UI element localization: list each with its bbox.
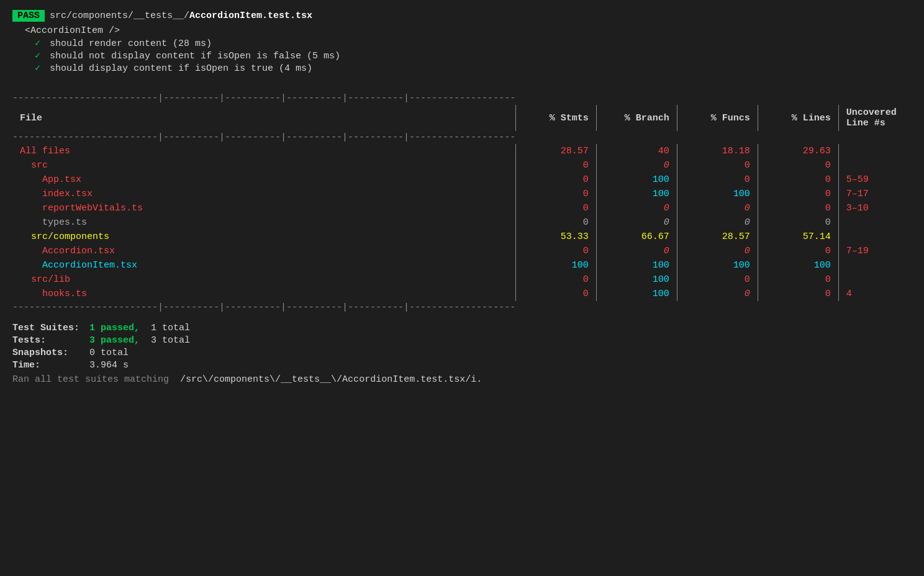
summary-tests: Tests: 3 passed, 3 total bbox=[12, 335, 912, 346]
funcs-types: 0 bbox=[677, 215, 758, 230]
uncovered-accordionitem bbox=[838, 258, 912, 272]
divider-top: --------------------------|----------|--… bbox=[12, 92, 912, 105]
table-row-types: types.ts 0 0 0 0 bbox=[12, 215, 912, 230]
stmts-src-components: 53.33 bbox=[515, 230, 596, 244]
branch-accordion: 0 bbox=[596, 244, 677, 258]
tests-total: 3 total bbox=[145, 335, 190, 346]
file-accordion: Accordion.tsx bbox=[12, 244, 515, 258]
stmts-hooks: 0 bbox=[515, 287, 596, 301]
table-row-src-components: src/components 53.33 66.67 28.57 57.14 bbox=[12, 230, 912, 244]
uncovered-accordion: 7–19 bbox=[838, 244, 912, 258]
check-icon-3: ✓ bbox=[35, 63, 40, 74]
test-item-3: ✓ should display content if isOpen is tr… bbox=[35, 62, 912, 74]
suites-label: Test Suites: bbox=[12, 323, 87, 333]
file-index: index.tsx bbox=[12, 187, 515, 201]
uncovered-index: 7–17 bbox=[838, 187, 912, 201]
stmts-all-files: 28.57 bbox=[515, 144, 596, 158]
uncovered-types bbox=[838, 215, 912, 230]
table-row-src: src 0 0 0 0 bbox=[12, 158, 912, 173]
summary-suites: Test Suites: 1 passed, 1 total bbox=[12, 323, 912, 333]
pass-header: PASS src/components/__tests__/AccordionI… bbox=[12, 10, 912, 22]
file-accordionitem: AccordionItem.tsx bbox=[12, 258, 515, 272]
col-header-funcs: % Funcs bbox=[677, 105, 758, 131]
col-header-lines: % Lines bbox=[758, 105, 838, 131]
file-reportwebvitals: reportWebVitals.ts bbox=[12, 201, 515, 215]
time-value: 3.964 s bbox=[89, 360, 129, 371]
table-row-index: index.tsx 0 100 100 0 7–17 bbox=[12, 187, 912, 201]
col-header-stmts: % Stmts bbox=[515, 105, 596, 131]
branch-hooks: 100 bbox=[596, 287, 677, 301]
tests-label: Tests: bbox=[12, 335, 87, 346]
table-row-hooks: hooks.ts 0 100 0 0 4 bbox=[12, 287, 912, 301]
stmts-app: 0 bbox=[515, 173, 596, 187]
funcs-reportwebvitals: 0 bbox=[677, 201, 758, 215]
col-header-branch: % Branch bbox=[596, 105, 677, 131]
test-label-1: should render content (28 ms) bbox=[50, 38, 212, 49]
stmts-src: 0 bbox=[515, 158, 596, 173]
stmts-index: 0 bbox=[515, 187, 596, 201]
uncovered-all-files bbox=[838, 144, 912, 158]
funcs-app: 0 bbox=[677, 173, 758, 187]
file-types: types.ts bbox=[12, 215, 515, 230]
table-row-app: App.tsx 0 100 0 0 5–59 bbox=[12, 173, 912, 187]
funcs-src: 0 bbox=[677, 158, 758, 173]
header-path: src/components/__tests__/AccordionItem.t… bbox=[50, 11, 312, 21]
file-all-files: All files bbox=[12, 144, 515, 158]
lines-accordion: 0 bbox=[758, 244, 838, 258]
snapshots-label: Snapshots: bbox=[12, 348, 87, 358]
branch-reportwebvitals: 0 bbox=[596, 201, 677, 215]
ran-all-line: Ran all test suites matching /src\/compo… bbox=[12, 374, 912, 385]
file-hooks: hooks.ts bbox=[12, 287, 515, 301]
stmts-types: 0 bbox=[515, 215, 596, 230]
terminal-output: PASS src/components/__tests__/AccordionI… bbox=[12, 10, 912, 385]
table-header: File % Stmts % Branch % Funcs % Lines Un… bbox=[12, 105, 912, 131]
lines-app: 0 bbox=[758, 173, 838, 187]
pass-badge: PASS bbox=[12, 10, 45, 22]
lines-index: 0 bbox=[758, 187, 838, 201]
table-row-reportwebvitals: reportWebVitals.ts 0 0 0 0 3–10 bbox=[12, 201, 912, 215]
col-header-uncovered: Uncovered Line #s bbox=[838, 105, 912, 131]
funcs-hooks: 0 bbox=[677, 287, 758, 301]
coverage-table: --------------------------|----------|--… bbox=[12, 92, 912, 314]
funcs-src-components: 28.57 bbox=[677, 230, 758, 244]
file-src: src bbox=[12, 158, 515, 173]
funcs-accordion: 0 bbox=[677, 244, 758, 258]
branch-src-components: 66.67 bbox=[596, 230, 677, 244]
funcs-src-lib: 0 bbox=[677, 272, 758, 287]
table-row-accordionitem: AccordionItem.tsx 100 100 100 100 bbox=[12, 258, 912, 272]
lines-types: 0 bbox=[758, 215, 838, 230]
uncovered-hooks: 4 bbox=[838, 287, 912, 301]
lines-src-components: 57.14 bbox=[758, 230, 838, 244]
branch-src: 0 bbox=[596, 158, 677, 173]
branch-app: 100 bbox=[596, 173, 677, 187]
uncovered-src bbox=[838, 158, 912, 173]
branch-index: 100 bbox=[596, 187, 677, 201]
snapshots-value: 0 total bbox=[89, 348, 129, 358]
lines-hooks: 0 bbox=[758, 287, 838, 301]
time-label: Time: bbox=[12, 360, 87, 371]
divider-sub: --------------------------|----------|--… bbox=[12, 131, 912, 144]
check-icon-1: ✓ bbox=[35, 38, 40, 49]
file-src-components: src/components bbox=[12, 230, 515, 244]
funcs-index: 100 bbox=[677, 187, 758, 201]
summary-snapshots: Snapshots: 0 total bbox=[12, 348, 912, 358]
suites-total: 1 total bbox=[145, 323, 190, 333]
uncovered-reportwebvitals: 3–10 bbox=[838, 201, 912, 215]
test-item-2: ✓ should not display content if isOpen i… bbox=[35, 50, 912, 61]
uncovered-src-lib bbox=[838, 272, 912, 287]
col-header-file: File bbox=[12, 105, 515, 131]
ran-all-text: Ran all test suites matching bbox=[12, 374, 169, 385]
summary-time: Time: 3.964 s bbox=[12, 360, 912, 371]
lines-accordionitem: 100 bbox=[758, 258, 838, 272]
table-row-accordion: Accordion.tsx 0 0 0 0 7–19 bbox=[12, 244, 912, 258]
table-row-src-lib: src/lib 0 100 0 0 bbox=[12, 272, 912, 287]
ran-all-path: /src\/components\/__tests__\/AccordionIt… bbox=[174, 374, 482, 385]
stmts-accordion: 0 bbox=[515, 244, 596, 258]
tests-passed: 3 passed, bbox=[89, 335, 140, 346]
branch-accordionitem: 100 bbox=[596, 258, 677, 272]
lines-src-lib: 0 bbox=[758, 272, 838, 287]
branch-src-lib: 100 bbox=[596, 272, 677, 287]
test-label-2: should not display content if isOpen is … bbox=[50, 51, 340, 61]
lines-src: 0 bbox=[758, 158, 838, 173]
stmts-src-lib: 0 bbox=[515, 272, 596, 287]
